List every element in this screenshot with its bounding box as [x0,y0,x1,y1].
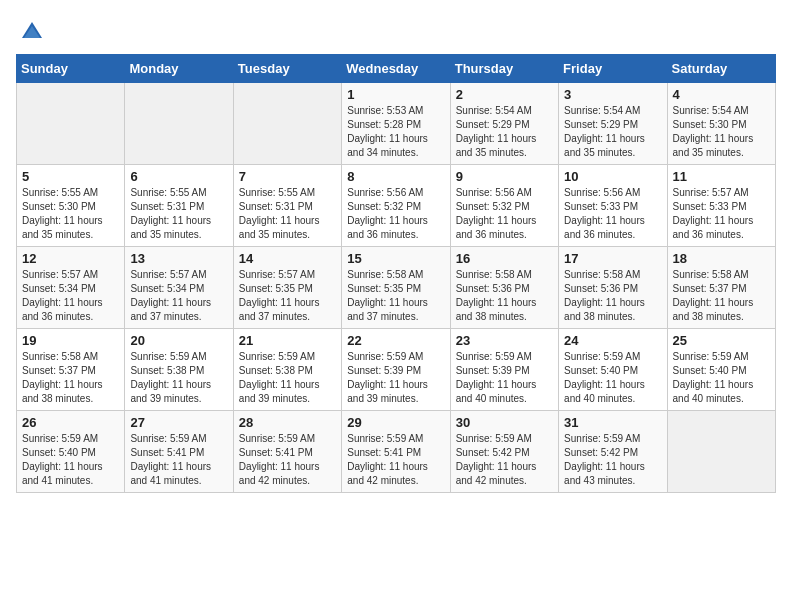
calendar-cell: 6Sunrise: 5:55 AM Sunset: 5:31 PM Daylig… [125,165,233,247]
week-row-2: 5Sunrise: 5:55 AM Sunset: 5:30 PM Daylig… [17,165,776,247]
day-number: 30 [456,415,553,430]
day-info: Sunrise: 5:59 AM Sunset: 5:40 PM Dayligh… [673,350,770,406]
header-sunday: Sunday [17,55,125,83]
day-info: Sunrise: 5:58 AM Sunset: 5:36 PM Dayligh… [456,268,553,324]
calendar-cell: 23Sunrise: 5:59 AM Sunset: 5:39 PM Dayli… [450,329,558,411]
day-number: 26 [22,415,119,430]
calendar-cell: 8Sunrise: 5:56 AM Sunset: 5:32 PM Daylig… [342,165,450,247]
calendar-cell: 31Sunrise: 5:59 AM Sunset: 5:42 PM Dayli… [559,411,667,493]
week-row-1: 1Sunrise: 5:53 AM Sunset: 5:28 PM Daylig… [17,83,776,165]
header-friday: Friday [559,55,667,83]
calendar-cell: 19Sunrise: 5:58 AM Sunset: 5:37 PM Dayli… [17,329,125,411]
day-number: 3 [564,87,661,102]
header-saturday: Saturday [667,55,775,83]
day-number: 10 [564,169,661,184]
day-number: 12 [22,251,119,266]
day-info: Sunrise: 5:59 AM Sunset: 5:42 PM Dayligh… [456,432,553,488]
day-number: 19 [22,333,119,348]
logo [16,16,46,44]
day-info: Sunrise: 5:56 AM Sunset: 5:32 PM Dayligh… [347,186,444,242]
calendar-cell: 10Sunrise: 5:56 AM Sunset: 5:33 PM Dayli… [559,165,667,247]
day-number: 1 [347,87,444,102]
calendar-cell: 15Sunrise: 5:58 AM Sunset: 5:35 PM Dayli… [342,247,450,329]
day-info: Sunrise: 5:59 AM Sunset: 5:39 PM Dayligh… [456,350,553,406]
calendar-cell [667,411,775,493]
day-number: 29 [347,415,444,430]
day-number: 24 [564,333,661,348]
day-info: Sunrise: 5:59 AM Sunset: 5:38 PM Dayligh… [130,350,227,406]
page-header [16,16,776,44]
day-info: Sunrise: 5:56 AM Sunset: 5:32 PM Dayligh… [456,186,553,242]
calendar-cell [233,83,341,165]
week-row-5: 26Sunrise: 5:59 AM Sunset: 5:40 PM Dayli… [17,411,776,493]
calendar-cell: 18Sunrise: 5:58 AM Sunset: 5:37 PM Dayli… [667,247,775,329]
calendar-cell: 3Sunrise: 5:54 AM Sunset: 5:29 PM Daylig… [559,83,667,165]
header-wednesday: Wednesday [342,55,450,83]
calendar-cell: 27Sunrise: 5:59 AM Sunset: 5:41 PM Dayli… [125,411,233,493]
calendar-cell [17,83,125,165]
calendar-cell: 1Sunrise: 5:53 AM Sunset: 5:28 PM Daylig… [342,83,450,165]
day-info: Sunrise: 5:55 AM Sunset: 5:31 PM Dayligh… [130,186,227,242]
logo-icon [18,16,46,44]
calendar-cell: 11Sunrise: 5:57 AM Sunset: 5:33 PM Dayli… [667,165,775,247]
day-info: Sunrise: 5:58 AM Sunset: 5:35 PM Dayligh… [347,268,444,324]
day-number: 31 [564,415,661,430]
day-number: 27 [130,415,227,430]
day-info: Sunrise: 5:59 AM Sunset: 5:41 PM Dayligh… [347,432,444,488]
header-tuesday: Tuesday [233,55,341,83]
day-number: 18 [673,251,770,266]
day-info: Sunrise: 5:57 AM Sunset: 5:34 PM Dayligh… [22,268,119,324]
day-info: Sunrise: 5:58 AM Sunset: 5:37 PM Dayligh… [22,350,119,406]
day-number: 23 [456,333,553,348]
week-row-3: 12Sunrise: 5:57 AM Sunset: 5:34 PM Dayli… [17,247,776,329]
day-info: Sunrise: 5:59 AM Sunset: 5:40 PM Dayligh… [564,350,661,406]
calendar-cell: 12Sunrise: 5:57 AM Sunset: 5:34 PM Dayli… [17,247,125,329]
day-number: 22 [347,333,444,348]
day-info: Sunrise: 5:57 AM Sunset: 5:34 PM Dayligh… [130,268,227,324]
day-number: 2 [456,87,553,102]
day-info: Sunrise: 5:59 AM Sunset: 5:40 PM Dayligh… [22,432,119,488]
day-info: Sunrise: 5:54 AM Sunset: 5:29 PM Dayligh… [564,104,661,160]
calendar-cell [125,83,233,165]
day-number: 15 [347,251,444,266]
day-number: 6 [130,169,227,184]
week-row-4: 19Sunrise: 5:58 AM Sunset: 5:37 PM Dayli… [17,329,776,411]
calendar-cell: 17Sunrise: 5:58 AM Sunset: 5:36 PM Dayli… [559,247,667,329]
day-info: Sunrise: 5:58 AM Sunset: 5:37 PM Dayligh… [673,268,770,324]
day-number: 9 [456,169,553,184]
calendar-cell: 25Sunrise: 5:59 AM Sunset: 5:40 PM Dayli… [667,329,775,411]
day-info: Sunrise: 5:59 AM Sunset: 5:41 PM Dayligh… [130,432,227,488]
day-number: 5 [22,169,119,184]
day-info: Sunrise: 5:54 AM Sunset: 5:29 PM Dayligh… [456,104,553,160]
day-info: Sunrise: 5:57 AM Sunset: 5:35 PM Dayligh… [239,268,336,324]
day-number: 8 [347,169,444,184]
day-info: Sunrise: 5:59 AM Sunset: 5:41 PM Dayligh… [239,432,336,488]
day-number: 14 [239,251,336,266]
calendar-cell: 26Sunrise: 5:59 AM Sunset: 5:40 PM Dayli… [17,411,125,493]
day-info: Sunrise: 5:54 AM Sunset: 5:30 PM Dayligh… [673,104,770,160]
day-number: 13 [130,251,227,266]
calendar-table: Sunday Monday Tuesday Wednesday Thursday… [16,54,776,493]
day-info: Sunrise: 5:55 AM Sunset: 5:31 PM Dayligh… [239,186,336,242]
calendar-cell: 24Sunrise: 5:59 AM Sunset: 5:40 PM Dayli… [559,329,667,411]
day-info: Sunrise: 5:56 AM Sunset: 5:33 PM Dayligh… [564,186,661,242]
day-number: 11 [673,169,770,184]
header-monday: Monday [125,55,233,83]
header-thursday: Thursday [450,55,558,83]
calendar-cell: 22Sunrise: 5:59 AM Sunset: 5:39 PM Dayli… [342,329,450,411]
day-number: 7 [239,169,336,184]
calendar-cell: 28Sunrise: 5:59 AM Sunset: 5:41 PM Dayli… [233,411,341,493]
calendar-cell: 5Sunrise: 5:55 AM Sunset: 5:30 PM Daylig… [17,165,125,247]
calendar-cell: 7Sunrise: 5:55 AM Sunset: 5:31 PM Daylig… [233,165,341,247]
day-number: 16 [456,251,553,266]
calendar-cell: 21Sunrise: 5:59 AM Sunset: 5:38 PM Dayli… [233,329,341,411]
day-info: Sunrise: 5:53 AM Sunset: 5:28 PM Dayligh… [347,104,444,160]
day-number: 21 [239,333,336,348]
calendar-cell: 2Sunrise: 5:54 AM Sunset: 5:29 PM Daylig… [450,83,558,165]
calendar-cell: 13Sunrise: 5:57 AM Sunset: 5:34 PM Dayli… [125,247,233,329]
day-info: Sunrise: 5:59 AM Sunset: 5:39 PM Dayligh… [347,350,444,406]
day-info: Sunrise: 5:59 AM Sunset: 5:38 PM Dayligh… [239,350,336,406]
calendar-body: 1Sunrise: 5:53 AM Sunset: 5:28 PM Daylig… [17,83,776,493]
calendar-cell: 29Sunrise: 5:59 AM Sunset: 5:41 PM Dayli… [342,411,450,493]
day-number: 4 [673,87,770,102]
